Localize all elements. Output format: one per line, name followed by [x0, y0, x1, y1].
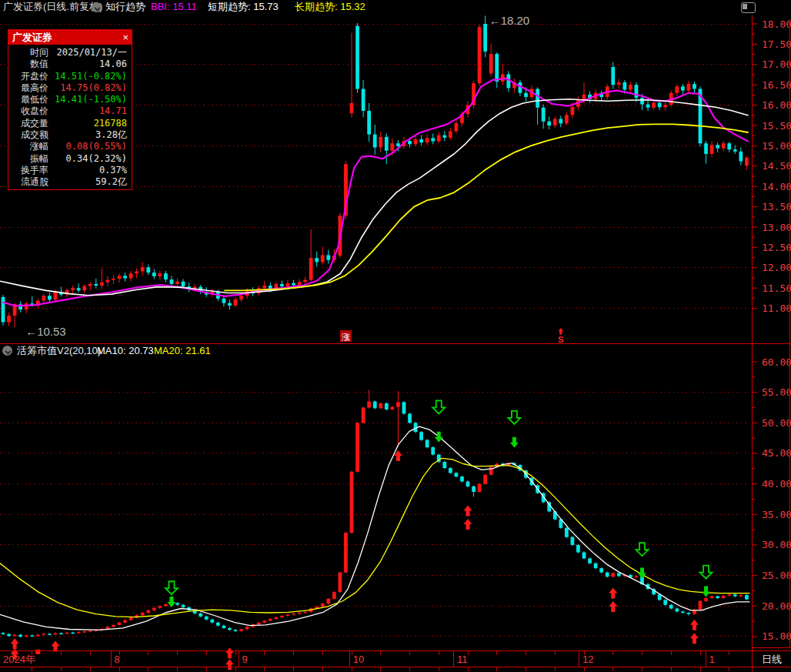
svg-text:17.00: 17.00 [762, 59, 791, 70]
info-value: 14.41(-1.50%) [48, 94, 132, 105]
info-label: 最低价 [8, 94, 48, 105]
sell-arrow-icon [432, 400, 445, 413]
top-header: 广发证券(日线.前复权) 知行趋势 BBI: 15.11 短期趋势: 15.73… [0, 0, 791, 14]
buy-arrow-icon [609, 601, 617, 612]
info-row: 流通股59.2亿 [8, 176, 132, 188]
quote-info-panel: 广发证券 × 时间2025/01/13/一 数值14.06 开盘价14.51(-… [8, 29, 132, 190]
period-selector[interactable]: 日线 [753, 653, 790, 666]
info-value: 59.2亿 [48, 176, 132, 188]
buy-arrow-icon [690, 620, 699, 630]
ma20-value: MA20: 21.61 [154, 345, 211, 356]
svg-text:←18.20: ←18.20 [489, 14, 530, 27]
svg-text:12: 12 [582, 654, 593, 665]
svg-text:14.50: 14.50 [762, 160, 791, 172]
svg-text:11.50: 11.50 [762, 283, 791, 294]
sell-arrow-icon [510, 437, 519, 448]
buy-arrow-icon [11, 638, 19, 649]
info-value: 14.06 [48, 59, 132, 70]
svg-text:←10.53: ←10.53 [25, 325, 66, 338]
info-row: 数值14.06 [8, 59, 132, 70]
info-value: 14.71 [48, 105, 132, 117]
chevron-down-icon[interactable] [2, 346, 12, 356]
svg-text:40.00: 40.00 [762, 478, 791, 490]
buy-arrow-icon [609, 588, 617, 599]
sell-arrow-icon [165, 581, 178, 594]
chevron-down-icon[interactable] [92, 2, 102, 12]
svg-text:9: 9 [242, 654, 248, 665]
info-row: 涨幅0.08(0.55%) [8, 141, 132, 152]
info-label: 收盘价 [8, 105, 48, 117]
info-row: 换手率0.37% [8, 165, 132, 176]
info-panel-title: 广发证券 [12, 32, 52, 43]
svg-text:15.00: 15.00 [762, 140, 791, 152]
info-row: 最低价14.41(-1.50%) [8, 94, 132, 105]
svg-text:13.50: 13.50 [762, 201, 791, 212]
svg-text:13.00: 13.00 [762, 222, 791, 233]
trading-app-window: 18.0017.5017.0016.5016.0015.5015.0014.50… [0, 0, 791, 672]
info-row: 时间2025/01/13/一 [8, 47, 132, 59]
info-value: 14.51(-0.82%) [48, 71, 132, 82]
info-label: 流通股 [8, 176, 48, 188]
svg-text:50.00: 50.00 [762, 417, 791, 429]
buy-arrow-icon [225, 647, 234, 658]
header-metric: 长期趋势: 15.32 [295, 0, 365, 14]
sell-arrow-icon [638, 568, 646, 579]
sell-arrow-icon [702, 586, 710, 597]
buy-arrow-icon [690, 633, 699, 644]
info-label: 换手率 [8, 165, 48, 176]
svg-text:12.00: 12.00 [762, 262, 791, 273]
info-value: 216788 [48, 118, 132, 129]
svg-text:55.00: 55.00 [762, 386, 791, 398]
header-metric: 短期趋势: 15.73 [208, 0, 279, 14]
svg-text:18.00: 18.00 [762, 18, 791, 30]
svg-text:1: 1 [709, 654, 715, 665]
svg-text:10: 10 [353, 654, 364, 665]
info-label: 成交量 [8, 118, 48, 129]
info-label: 时间 [8, 47, 48, 59]
svg-text:8: 8 [114, 654, 119, 665]
info-row: 最高价14.75(0.82%) [8, 82, 132, 94]
info-row: 开盘价14.51(-0.82%) [8, 71, 132, 82]
info-value: 0.34(2.32%) [48, 153, 132, 165]
info-label: 数值 [8, 59, 48, 70]
layout-panel-icon[interactable] [741, 2, 756, 13]
info-value: 3.28亿 [48, 129, 132, 141]
buy-arrow-icon [225, 659, 234, 670]
svg-text:14.00: 14.00 [762, 181, 791, 192]
info-row: 振幅0.34(2.32%) [8, 153, 132, 165]
info-value: 2025/01/13/一 [48, 47, 132, 59]
ma10-value: MA10: 20.73 [97, 345, 154, 356]
info-label: 最高价 [8, 82, 48, 94]
buy-arrow-icon [51, 641, 59, 652]
info-panel-titlebar[interactable]: 广发证券 × [8, 30, 132, 45]
svg-text:30.00: 30.00 [762, 539, 791, 550]
indicator-name: 知行趋势 [105, 0, 145, 14]
svg-text:15.50: 15.50 [762, 120, 791, 132]
svg-text:16.50: 16.50 [762, 79, 791, 91]
close-icon[interactable]: × [122, 30, 128, 45]
info-row: 成交量216788 [8, 118, 132, 129]
svg-text:35.00: 35.00 [762, 509, 791, 520]
svg-text:2024年: 2024年 [3, 654, 35, 665]
sell-arrow-icon [700, 566, 713, 579]
info-value: 0.37% [48, 165, 132, 176]
sell-arrow-icon [167, 597, 175, 607]
svg-text:45.00: 45.00 [762, 447, 791, 459]
buy-arrow-icon [464, 519, 472, 530]
svg-text:20.00: 20.00 [762, 600, 791, 612]
svg-text:11: 11 [457, 654, 468, 665]
info-label: 振幅 [8, 153, 48, 165]
svg-text:12.50: 12.50 [762, 242, 791, 253]
info-row: 收盘价14.71 [8, 105, 132, 117]
indicator-formula: 活筹市值V2(20,10) [17, 345, 101, 356]
svg-text:11.00: 11.00 [762, 303, 791, 314]
sell-arrow-icon [636, 543, 649, 556]
info-row: 成交额3.28亿 [8, 129, 132, 141]
header-metric: BBI: 15.11 [151, 0, 197, 14]
svg-text:25.00: 25.00 [762, 570, 791, 581]
svg-text:S: S [558, 335, 564, 344]
svg-text:涨: 涨 [342, 333, 351, 342]
sell-arrow-icon [435, 432, 443, 443]
info-value: 14.75(0.82%) [48, 82, 132, 94]
info-label: 开盘价 [8, 71, 48, 82]
